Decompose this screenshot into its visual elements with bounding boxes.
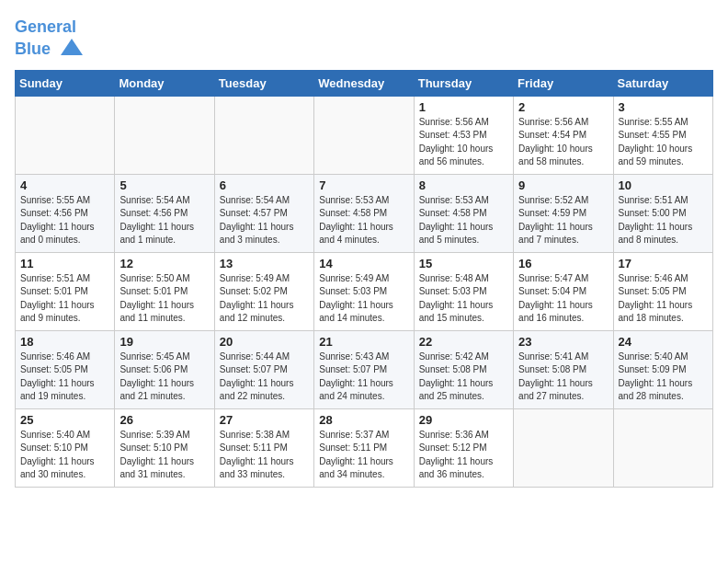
weekday-header-thursday: Thursday [414, 70, 513, 96]
weekday-header-wednesday: Wednesday [314, 70, 414, 96]
logo-general: General [15, 17, 76, 36]
day-number: 5 [119, 178, 209, 192]
calendar-cell: 4Sunrise: 5:55 AM Sunset: 4:56 PM Daylig… [16, 174, 115, 252]
calendar-cell: 26Sunrise: 5:39 AM Sunset: 5:10 PM Dayli… [115, 408, 214, 487]
day-info: Sunrise: 5:52 AM Sunset: 4:59 PM Dayligh… [518, 194, 608, 247]
day-number: 7 [319, 178, 408, 192]
calendar-header: SundayMondayTuesdayWednesdayThursdayFrid… [16, 70, 713, 96]
day-info: Sunrise: 5:47 AM Sunset: 5:04 PM Dayligh… [518, 272, 608, 326]
day-number: 15 [419, 257, 508, 270]
calendar-cell: 18Sunrise: 5:46 AM Sunset: 5:05 PM Dayli… [16, 330, 115, 408]
calendar-cell: 23Sunrise: 5:41 AM Sunset: 5:08 PM Dayli… [514, 330, 613, 408]
day-number: 17 [619, 257, 708, 270]
header: General Blue [15, 15, 713, 63]
day-info: Sunrise: 5:38 AM Sunset: 5:11 PM Dayligh… [220, 429, 309, 482]
day-info: Sunrise: 5:40 AM Sunset: 5:10 PM Dayligh… [20, 429, 109, 482]
calendar-cell: 19Sunrise: 5:45 AM Sunset: 5:06 PM Dayli… [115, 330, 214, 408]
day-number: 25 [20, 413, 109, 427]
calendar-cell: 3Sunrise: 5:55 AM Sunset: 4:55 PM Daylig… [613, 96, 712, 174]
calendar-week-row: 18Sunrise: 5:46 AM Sunset: 5:05 PM Dayli… [16, 330, 713, 408]
weekday-header-saturday: Saturday [613, 70, 712, 96]
day-info: Sunrise: 5:37 AM Sunset: 5:11 PM Dayligh… [319, 429, 408, 482]
day-info: Sunrise: 5:56 AM Sunset: 4:54 PM Dayligh… [518, 116, 608, 169]
weekday-header-tuesday: Tuesday [214, 70, 313, 96]
calendar-cell: 15Sunrise: 5:48 AM Sunset: 5:03 PM Dayli… [414, 252, 513, 330]
logo: General Blue [15, 18, 85, 63]
day-info: Sunrise: 5:53 AM Sunset: 4:58 PM Dayligh… [319, 194, 408, 247]
calendar-cell: 5Sunrise: 5:54 AM Sunset: 4:56 PM Daylig… [115, 174, 214, 252]
day-info: Sunrise: 5:43 AM Sunset: 5:07 PM Dayligh… [319, 350, 408, 404]
day-info: Sunrise: 5:49 AM Sunset: 5:02 PM Dayligh… [220, 272, 309, 326]
calendar-cell: 17Sunrise: 5:46 AM Sunset: 5:05 PM Dayli… [613, 252, 712, 330]
calendar-week-row: 1Sunrise: 5:56 AM Sunset: 4:53 PM Daylig… [16, 96, 713, 174]
day-info: Sunrise: 5:51 AM Sunset: 5:00 PM Dayligh… [619, 194, 708, 247]
weekday-header-monday: Monday [115, 70, 214, 96]
day-number: 24 [619, 335, 708, 349]
day-number: 23 [518, 335, 608, 349]
calendar-week-row: 4Sunrise: 5:55 AM Sunset: 4:56 PM Daylig… [16, 174, 713, 252]
calendar-cell: 12Sunrise: 5:50 AM Sunset: 5:01 PM Dayli… [115, 252, 214, 330]
calendar-cell: 9Sunrise: 5:52 AM Sunset: 4:59 PM Daylig… [514, 174, 613, 252]
day-number: 4 [20, 178, 109, 192]
calendar-week-row: 11Sunrise: 5:51 AM Sunset: 5:01 PM Dayli… [16, 252, 713, 330]
calendar-cell: 14Sunrise: 5:49 AM Sunset: 5:03 PM Dayli… [314, 252, 414, 330]
calendar-cell: 11Sunrise: 5:51 AM Sunset: 5:01 PM Dayli… [16, 252, 115, 330]
calendar-cell [214, 96, 313, 174]
day-info: Sunrise: 5:56 AM Sunset: 4:53 PM Dayligh… [419, 116, 508, 169]
calendar-cell: 25Sunrise: 5:40 AM Sunset: 5:10 PM Dayli… [16, 408, 115, 487]
calendar-cell [115, 96, 214, 174]
day-number: 18 [20, 335, 109, 349]
day-number: 2 [518, 100, 608, 114]
day-number: 3 [619, 100, 708, 114]
day-number: 9 [518, 178, 608, 192]
day-number: 27 [220, 413, 309, 427]
day-info: Sunrise: 5:39 AM Sunset: 5:10 PM Dayligh… [119, 429, 209, 482]
calendar-cell [314, 96, 414, 174]
day-info: Sunrise: 5:46 AM Sunset: 5:05 PM Dayligh… [20, 350, 109, 404]
calendar-cell: 29Sunrise: 5:36 AM Sunset: 5:12 PM Dayli… [414, 408, 513, 487]
day-number: 16 [518, 257, 608, 270]
day-info: Sunrise: 5:50 AM Sunset: 5:01 PM Dayligh… [119, 272, 209, 326]
calendar-cell: 28Sunrise: 5:37 AM Sunset: 5:11 PM Dayli… [314, 408, 414, 487]
day-info: Sunrise: 5:40 AM Sunset: 5:09 PM Dayligh… [619, 350, 708, 404]
day-info: Sunrise: 5:46 AM Sunset: 5:05 PM Dayligh… [619, 272, 708, 326]
calendar-cell: 7Sunrise: 5:53 AM Sunset: 4:58 PM Daylig… [314, 174, 414, 252]
weekday-header-row: SundayMondayTuesdayWednesdayThursdayFrid… [16, 70, 713, 96]
day-number: 19 [119, 335, 209, 349]
calendar-cell: 22Sunrise: 5:42 AM Sunset: 5:08 PM Dayli… [414, 330, 513, 408]
logo-blue: Blue [15, 40, 51, 58]
weekday-header-friday: Friday [514, 70, 613, 96]
day-info: Sunrise: 5:48 AM Sunset: 5:03 PM Dayligh… [419, 272, 508, 326]
calendar-table: SundayMondayTuesdayWednesdayThursdayFrid… [15, 70, 713, 488]
calendar-cell: 13Sunrise: 5:49 AM Sunset: 5:02 PM Dayli… [214, 252, 313, 330]
day-info: Sunrise: 5:36 AM Sunset: 5:12 PM Dayligh… [419, 429, 508, 482]
day-info: Sunrise: 5:44 AM Sunset: 5:07 PM Dayligh… [220, 350, 309, 404]
day-number: 29 [419, 413, 508, 427]
day-number: 13 [220, 257, 309, 270]
calendar-cell: 27Sunrise: 5:38 AM Sunset: 5:11 PM Dayli… [214, 408, 313, 487]
calendar-cell [16, 96, 115, 174]
calendar-cell: 20Sunrise: 5:44 AM Sunset: 5:07 PM Dayli… [214, 330, 313, 408]
calendar-week-row: 25Sunrise: 5:40 AM Sunset: 5:10 PM Dayli… [16, 408, 713, 487]
logo-icon [59, 37, 85, 63]
day-info: Sunrise: 5:45 AM Sunset: 5:06 PM Dayligh… [119, 350, 209, 404]
day-info: Sunrise: 5:54 AM Sunset: 4:56 PM Dayligh… [119, 194, 209, 247]
day-number: 28 [319, 413, 408, 427]
day-number: 1 [419, 100, 508, 114]
day-info: Sunrise: 5:51 AM Sunset: 5:01 PM Dayligh… [20, 272, 109, 326]
day-number: 22 [419, 335, 508, 349]
day-number: 12 [119, 257, 209, 270]
calendar-cell: 16Sunrise: 5:47 AM Sunset: 5:04 PM Dayli… [514, 252, 613, 330]
day-number: 6 [220, 178, 309, 192]
day-number: 8 [419, 178, 508, 192]
day-number: 14 [319, 257, 408, 270]
calendar-body: 1Sunrise: 5:56 AM Sunset: 4:53 PM Daylig… [16, 96, 713, 487]
calendar-cell: 8Sunrise: 5:53 AM Sunset: 4:58 PM Daylig… [414, 174, 513, 252]
day-info: Sunrise: 5:53 AM Sunset: 4:58 PM Dayligh… [419, 194, 508, 247]
calendar-cell: 2Sunrise: 5:56 AM Sunset: 4:54 PM Daylig… [514, 96, 613, 174]
calendar-cell: 24Sunrise: 5:40 AM Sunset: 5:09 PM Dayli… [613, 330, 712, 408]
day-number: 21 [319, 335, 408, 349]
day-info: Sunrise: 5:55 AM Sunset: 4:55 PM Dayligh… [619, 116, 708, 169]
calendar-cell: 10Sunrise: 5:51 AM Sunset: 5:00 PM Dayli… [613, 174, 712, 252]
day-info: Sunrise: 5:42 AM Sunset: 5:08 PM Dayligh… [419, 350, 508, 404]
